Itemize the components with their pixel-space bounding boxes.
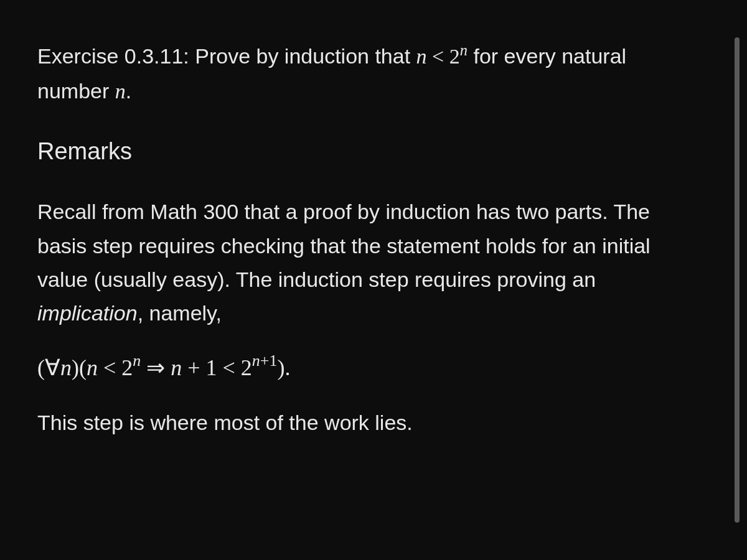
exercise-statement: Exercise 0.3.11: Prove by induction that… — [37, 39, 685, 108]
math-display: (∀n)(n < 2n ⇒ n + 1 < 2n+1). — [37, 353, 685, 381]
remarks-text-before: Recall from Math 300 that a proof by ind… — [37, 200, 651, 291]
exercise-text-1: Prove by induction that — [189, 44, 416, 68]
exercise-label: Exercise 0.3.11: — [37, 44, 189, 68]
exercise-text-3: . — [126, 79, 131, 103]
remarks-text-after: , namely, — [138, 301, 222, 325]
exercise-math-1: n < 2n — [416, 44, 467, 68]
document-content: Exercise 0.3.11: Prove by induction that… — [0, 0, 722, 487]
closing-paragraph: This step is where most of the work lies… — [37, 406, 685, 439]
scrollbar[interactable] — [735, 37, 740, 523]
remarks-heading: Remarks — [37, 138, 685, 165]
remarks-emphasis: implication — [37, 301, 138, 325]
remarks-paragraph: Recall from Math 300 that a proof by ind… — [37, 195, 685, 330]
exercise-math-2: n — [115, 79, 126, 103]
